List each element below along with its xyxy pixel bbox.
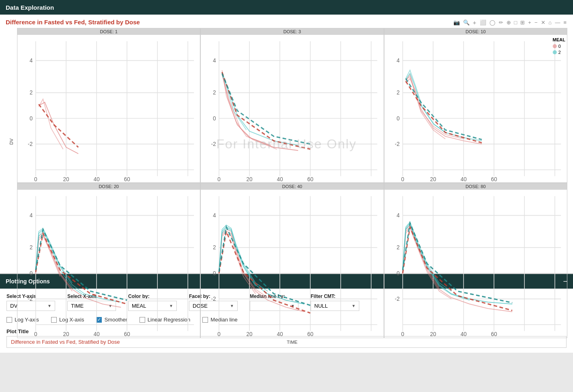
svg-text:40: 40 xyxy=(94,176,100,182)
svg-text:20: 20 xyxy=(247,331,253,337)
svg-text:2: 2 xyxy=(30,244,33,251)
svg-text:20: 20 xyxy=(63,176,69,182)
svg-text:0: 0 xyxy=(401,331,404,337)
svg-text:-2: -2 xyxy=(395,296,399,302)
svg-text:60: 60 xyxy=(307,176,313,182)
zoom-in-icon[interactable]: + xyxy=(527,19,532,26)
svg-text:60: 60 xyxy=(124,176,130,182)
legend-label-2: 2 xyxy=(558,50,561,55)
plot-dose-1: DOSE: 1 xyxy=(17,28,200,183)
plot-dose-3: DOSE: 3 4 2 xyxy=(200,28,384,183)
y-axis-label: DV xyxy=(6,28,17,255)
svg-text:2: 2 xyxy=(30,89,33,96)
plot-row-bottom: DOSE: 20 4 2 xyxy=(17,183,567,338)
svg-text:4: 4 xyxy=(213,212,216,218)
compare-icon[interactable]: ⊞ xyxy=(519,19,526,26)
home-icon[interactable]: ⌂ xyxy=(548,19,553,26)
plot-svg-dose-40: 4 2 0 -2 0 20 40 60 xyxy=(201,190,383,338)
plot-header-dose-80: DOSE: 80 xyxy=(384,183,567,190)
svg-text:40: 40 xyxy=(277,176,283,182)
svg-text:-2: -2 xyxy=(28,141,33,147)
box-icon[interactable]: □ xyxy=(513,19,518,26)
svg-text:2: 2 xyxy=(397,89,400,96)
svg-text:-2: -2 xyxy=(28,296,33,302)
svg-text:-2: -2 xyxy=(211,296,216,302)
svg-text:-2: -2 xyxy=(211,141,216,147)
svg-text:0: 0 xyxy=(213,115,216,121)
svg-text:40: 40 xyxy=(460,176,466,182)
plot-header-dose-20: DOSE: 20 xyxy=(17,183,200,190)
svg-text:4: 4 xyxy=(213,57,216,64)
legend-label-0: 0 xyxy=(558,44,561,49)
close-icon[interactable]: ✕ xyxy=(540,19,546,26)
plot-header-dose-10: DOSE: 10 xyxy=(384,28,567,35)
svg-text:0: 0 xyxy=(397,115,400,121)
zoom-out-icon[interactable]: − xyxy=(534,19,539,26)
svg-text:60: 60 xyxy=(491,176,497,182)
svg-text:4: 4 xyxy=(30,212,33,218)
svg-text:20: 20 xyxy=(63,331,69,337)
plot-dose-80: DOSE: 80 4 2 xyxy=(384,183,567,338)
select-y-axis-value: DV xyxy=(10,303,17,309)
svg-text:40: 40 xyxy=(94,331,100,337)
chart-toolbar: 📷 🔍 + ⬜ ◯ ✏ ⊕ □ ⊞ + − ✕ ⌂ — ≡ xyxy=(453,19,567,26)
svg-text:0: 0 xyxy=(213,270,216,276)
plot-header-dose-3: DOSE: 3 xyxy=(201,28,383,35)
reset-icon[interactable]: ⊕ xyxy=(506,19,512,26)
svg-text:20: 20 xyxy=(247,176,253,182)
lasso-icon[interactable]: ⬜ xyxy=(479,19,487,26)
chart-wrapper: DV DOSE: 1 xyxy=(6,28,567,255)
svg-text:20: 20 xyxy=(430,176,436,182)
camera-icon[interactable]: 📷 xyxy=(453,19,461,26)
svg-text:4: 4 xyxy=(397,57,400,64)
plot-row-top: DOSE: 1 xyxy=(17,28,567,183)
plot-header-dose-40: DOSE: 40 xyxy=(201,183,383,190)
menu-icon[interactable]: ≡ xyxy=(562,19,567,26)
svg-text:0: 0 xyxy=(30,270,33,276)
legend-title: MEAL xyxy=(553,37,565,42)
plot-svg-dose-20: 4 2 0 -2 0 20 40 60 xyxy=(17,190,200,338)
plot-svg-dose-1: 4 2 0 -2 0 20 40 60 xyxy=(17,35,200,183)
svg-text:40: 40 xyxy=(460,331,466,337)
svg-text:60: 60 xyxy=(307,331,313,337)
svg-text:0: 0 xyxy=(34,331,37,337)
svg-text:2: 2 xyxy=(213,89,216,96)
line-icon[interactable]: — xyxy=(554,19,561,26)
plot-dose-20: DOSE: 20 4 2 xyxy=(17,183,200,338)
plot-dose-10: DOSE: 10 4 2 xyxy=(384,28,567,183)
svg-text:0: 0 xyxy=(34,176,37,182)
svg-text:4: 4 xyxy=(30,57,33,64)
plot-svg-dose-80: 4 2 0 -2 0 20 40 60 xyxy=(384,190,567,338)
legend-item-2: 2 xyxy=(553,50,565,55)
select-icon[interactable]: ◯ xyxy=(489,19,496,26)
checkbox-log-y-box xyxy=(6,317,12,323)
zoom-icon[interactable]: 🔍 xyxy=(462,19,470,26)
svg-text:60: 60 xyxy=(491,331,497,337)
svg-text:2: 2 xyxy=(397,244,400,251)
svg-text:0: 0 xyxy=(218,176,221,182)
grid-and-legend: DOSE: 1 xyxy=(17,28,567,255)
plus-icon[interactable]: + xyxy=(472,19,477,26)
svg-text:-2: -2 xyxy=(395,141,399,147)
svg-text:0: 0 xyxy=(30,115,33,121)
plot-header-dose-1: DOSE: 1 xyxy=(17,28,200,35)
chart-container: 📷 🔍 + ⬜ ◯ ✏ ⊕ □ ⊞ + − ✕ ⌂ — ≡ Difference… xyxy=(0,15,573,274)
svg-text:20: 20 xyxy=(430,331,436,337)
app-header: Data Exploration xyxy=(0,0,573,15)
svg-text:0: 0 xyxy=(218,331,221,337)
svg-text:40: 40 xyxy=(277,331,283,337)
svg-text:60: 60 xyxy=(124,331,130,337)
svg-text:2: 2 xyxy=(213,244,216,251)
svg-text:4: 4 xyxy=(397,212,400,218)
svg-text:0: 0 xyxy=(397,270,400,276)
app-title: Data Exploration xyxy=(6,4,54,11)
plot-svg-dose-3: 4 2 0 -2 0 20 40 60 xyxy=(201,35,383,183)
svg-text:0: 0 xyxy=(401,176,404,182)
plot-svg-dose-10: 4 2 0 -2 0 20 40 60 xyxy=(384,35,567,183)
x-axis-label: TIME xyxy=(17,338,567,346)
legend-item-0: 0 xyxy=(553,44,565,49)
chart-legend: MEAL 0 2 xyxy=(553,37,565,56)
plot-dose-40: DOSE: 40 4 2 xyxy=(200,183,384,338)
draw-icon[interactable]: ✏ xyxy=(498,19,504,26)
